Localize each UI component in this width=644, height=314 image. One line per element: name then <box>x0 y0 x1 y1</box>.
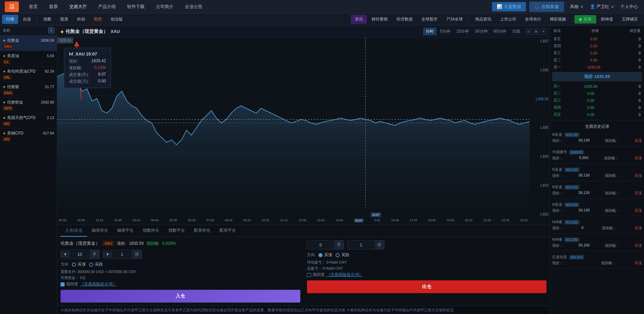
online-service-button[interactable]: 🎧 在线客服 <box>529 2 564 12</box>
snav-stocks[interactable]: 股票 <box>56 15 72 24</box>
trade-sell-radio[interactable]: 买跌 <box>89 262 103 267</box>
snav-sci[interactable]: 科创 <box>73 15 89 24</box>
trade-sell-radio-btn[interactable] <box>89 263 93 267</box>
snav-divider-2 <box>469 16 469 23</box>
chart-tab-30min[interactable]: 30分钟 <box>472 28 490 35</box>
trade-agree-checkbox[interactable] <box>61 282 65 286</box>
trade-right-buy-radio-btn[interactable] <box>318 253 323 257</box>
star-icon-oil: ★ <box>3 70 6 73</box>
sidebar-item-ng[interactable]: ★ 美国天然气CFD NG 2.13 <box>0 113 57 128</box>
nav-account[interactable]: 个人中心 <box>618 2 641 11</box>
y-label-1: 1,836 <box>532 68 548 72</box>
snav-market[interactable]: 行情 <box>2 15 18 24</box>
tooltip-current-value: 1835.42 <box>91 58 106 64</box>
chart-tab-60min[interactable]: 60分钟 <box>491 28 509 35</box>
nav-trade-hall[interactable]: 交易大厅 <box>64 2 92 12</box>
snav-finance-news[interactable]: 财经要闻 <box>368 15 392 24</box>
snav-finance[interactable]: 财神道 <box>597 15 617 24</box>
trade-right-sell-radio[interactable]: 买跌 <box>336 252 349 258</box>
trade-quantity-input[interactable] <box>70 251 90 258</box>
trade-tab-order[interactable]: 入仓/出仓 <box>61 225 87 237</box>
sidebar-item-xag[interactable]: ★ 伦敦银 XAG 21.77 <box>0 82 57 97</box>
nav-user[interactable]: 👤 严卫红 ∨ <box>587 2 617 11</box>
sidebar-item-oil[interactable]: ★ 布伦特原油CFD OIL 82.39 <box>0 67 57 82</box>
trade-tab-alloc-hold[interactable]: 配资持仓 <box>189 225 215 237</box>
snav-index[interactable]: 指数 <box>39 15 55 24</box>
trade-buy-button[interactable]: 入仓 <box>61 290 300 303</box>
trade-leverage-down[interactable]: ▼ <box>103 251 112 258</box>
nav-right-links: 风格 ∨ 👤 严卫红 ∨ 个人中心 <box>567 2 641 11</box>
trade-risk-link[interactable]: 《交易风险提示书》 <box>80 281 116 287</box>
nav-style[interactable]: 风格 ∨ <box>567 2 586 11</box>
trade-leverage-input[interactable] <box>112 251 132 258</box>
snav-commodity[interactable]: 商品资讯 <box>471 15 495 24</box>
snav-futures[interactable]: 期货 <box>90 15 106 24</box>
snav-startup[interactable]: 创业版 <box>107 15 127 24</box>
trade-tab-margin-close[interactable]: 融资平仓 <box>113 225 138 237</box>
snav-global-24[interactable]: 7*24全球 <box>442 15 467 24</box>
snav-divider-3 <box>572 16 572 23</box>
trade-right-lev-input[interactable] <box>348 241 375 249</box>
trade-right-sell-radio-btn[interactable] <box>336 253 340 257</box>
history-item-6: N坤泰 001260 现价： 30,100 涨跌幅： 买涨 <box>552 237 642 251</box>
nav-products[interactable]: 产品介绍 <box>93 2 121 12</box>
headset-icon: 🎧 <box>534 4 540 9</box>
history-item-3: N亚道 603190 现价： 39,130 涨跌幅： 买涨 <box>552 185 642 199</box>
trade-right-qty-input[interactable] <box>307 241 334 249</box>
trade-buy-radio-btn[interactable] <box>72 263 76 267</box>
snav-global-stocks[interactable]: 全球股市 <box>417 15 442 24</box>
nav-stocks[interactable]: 股票 <box>44 2 63 12</box>
chart-icon-fullscreen[interactable]: ⊞ <box>533 29 539 35</box>
trade-quantity-down[interactable]: ▼ <box>61 251 70 258</box>
y-label-4: 1,834 <box>532 155 548 158</box>
nav-about[interactable]: 公司简介 <box>151 2 179 12</box>
trade-tab-alloc-close[interactable]: 配资平仓 <box>215 225 240 237</box>
chart-tab-5min[interactable]: 5分钟 <box>437 28 453 35</box>
snav-listed-co[interactable]: 上市公司 <box>496 15 520 24</box>
second-navigation: 行情 自选 指数 股票 科创 期货 创业版 资讯 财经要闻 经济数据 全球股市 … <box>0 13 644 26</box>
logo[interactable]: 天风证券 <box>3 1 20 13</box>
market-data-button[interactable]: 📊 大盘数据 <box>492 2 526 11</box>
sidebar-item-cl[interactable]: ★ 美原油 CL 5.93 <box>0 51 57 67</box>
chart-tab-fenshi[interactable]: 分时 <box>423 28 437 35</box>
x-label-crosshair: 15:07 <box>354 219 364 223</box>
trade-right-agree-checkbox[interactable] <box>307 273 311 277</box>
live-button[interactable]: 直播 <box>574 15 596 24</box>
snav-econ-data[interactable]: 经济数据 <box>392 15 417 24</box>
trade-right-direction-row: 方向 买涨 买跌 <box>307 252 547 258</box>
trade-tab-index-hold[interactable]: 指数持仓 <box>138 225 164 237</box>
chart-tab-15min[interactable]: 15分钟 <box>454 28 471 35</box>
x-label-6: 05:36 <box>169 219 177 222</box>
chart-x-axis: 00:00 00:56 01:52 02:48 03:44 04:40 05:3… <box>57 218 530 225</box>
second-nav-right: 资讯 财经要闻 经济数据 全球股市 7*24全球 商品资讯 上市公司 全球央行 … <box>351 15 642 24</box>
chart-icons: ⊡ ⊞ ✕ <box>526 29 546 35</box>
sidebar-item-hg[interactable]: ★ 美铜CFD HG 417.94 <box>0 128 57 144</box>
snav-news[interactable]: 资讯 <box>351 15 367 24</box>
history-item-1: 中国通号 688009 现价： 5,000 涨跌幅： 买涨 <box>552 150 642 164</box>
trade-right-buy-radio[interactable]: 买涨 <box>318 252 332 258</box>
chart-tab-daily[interactable]: 日线 <box>509 28 523 35</box>
trade-tab-index-close[interactable]: 指数平仓 <box>164 225 189 237</box>
nav-home[interactable]: 首页 <box>24 2 43 12</box>
sidebar-item-xpd[interactable]: ★ 伦敦钯金 XPD 1502.90 <box>0 97 57 113</box>
chart-icon-close[interactable]: ✕ <box>540 29 546 35</box>
x-label-0: 00:00 <box>59 219 67 222</box>
price-line-label: 1835.55 <box>57 38 73 43</box>
trade-tab-margin-hold[interactable]: 融资持仓 <box>87 225 113 237</box>
trade-sell-button[interactable]: 出仓 <box>307 280 547 293</box>
chart-y-axis: 1,837 1,836 1,835.55 1,835 1,834 1,833 1… <box>530 38 550 218</box>
snav-watchlist[interactable]: 自选 <box>19 15 35 24</box>
trade-right-risk-link[interactable]: 《交易风险提示书》 <box>327 272 363 278</box>
trade-buy-radio[interactable]: 买涨 <box>72 262 86 267</box>
snav-central-bank[interactable]: 全球央行 <box>521 15 545 24</box>
chart-icon-expand[interactable]: ⊡ <box>526 29 532 35</box>
snav-king[interactable]: 王牌键言 <box>618 15 642 24</box>
left-sidebar: 名称 新 ★ 伦敦金 XAU 1836.59 ★ <box>0 26 57 314</box>
chart-container[interactable]: 1,837 1,836 1,835.55 1,835 1,834 1,833 1… <box>57 38 550 225</box>
trade-right-direction-label: 方向 <box>307 252 315 258</box>
snav-video[interactable]: 稀彩视频 <box>546 15 570 24</box>
nav-download[interactable]: 软件下载 <box>122 2 150 12</box>
sidebar-item-xau[interactable]: ★ 伦敦金 XAU 1836.59 <box>0 36 57 51</box>
right-sidebar: 姓名 价格 成交量 卖五 0.00 0 卖四 0.00 0 卖三 0.00 0 … <box>550 26 644 314</box>
nav-announcement[interactable]: 企业公告 <box>180 2 208 12</box>
